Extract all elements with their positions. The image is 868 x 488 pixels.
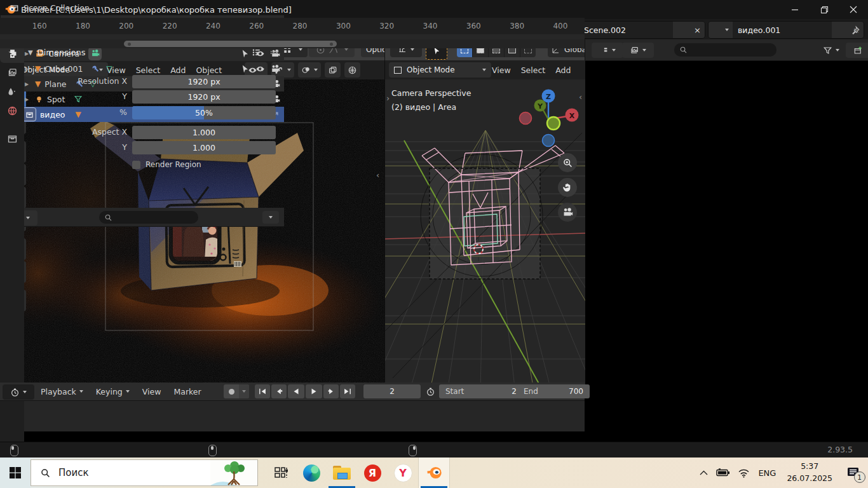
timeline-scrollbar[interactable]: [0, 39, 585, 48]
outliner-row-cube001[interactable]: ▶ ▼ Cube.001 ▽: [1, 61, 284, 76]
mode-dropdown-right[interactable]: Object Mode: [389, 62, 491, 78]
render-region-checkbox[interactable]: [132, 161, 140, 169]
field-label: %: [0, 107, 127, 117]
viewport-menu-add[interactable]: Add: [550, 65, 576, 75]
outliner-search-input[interactable]: [674, 43, 776, 57]
task-view-button[interactable]: [266, 458, 296, 488]
viewport-menu-select[interactable]: Select: [516, 65, 551, 75]
timeline-editor-type-dropdown[interactable]: [3, 384, 34, 400]
play-button[interactable]: [306, 384, 322, 398]
timeline-menu-marker[interactable]: Marker: [168, 387, 206, 396]
zoom-button[interactable]: [558, 153, 577, 172]
field-label: Y: [0, 92, 127, 101]
minimize-button[interactable]: [780, 0, 810, 19]
outliner-filter-dropdown[interactable]: [816, 43, 846, 58]
field-label: Resolution X: [0, 76, 127, 86]
scene-unlink-button[interactable]: ×: [690, 22, 705, 38]
blender-taskbar-icon[interactable]: [418, 458, 450, 488]
aspect-y-field[interactable]: 1.000: [132, 141, 276, 154]
timeline-menu-view[interactable]: View: [137, 387, 166, 396]
scene-copy-button[interactable]: [673, 22, 690, 38]
hide-render-icon[interactable]: [271, 64, 280, 74]
close-button[interactable]: [839, 0, 868, 19]
new-collection-button[interactable]: [846, 43, 868, 58]
xray-toggle[interactable]: [325, 62, 341, 78]
tray-expand-chevron[interactable]: [694, 458, 713, 488]
mesh-object-icon: ▼: [35, 64, 41, 73]
pin-icon[interactable]: [851, 25, 860, 35]
next-keyframe-button[interactable]: [323, 384, 339, 398]
outliner-display-mode-dropdown[interactable]: [622, 43, 654, 58]
overlays-dropdown[interactable]: [298, 62, 321, 78]
properties-search-input[interactable]: [99, 211, 198, 224]
timeline-ruler[interactable]: 160180200220240260280300320340360380400: [0, 18, 585, 34]
search-placeholder: Поиск: [58, 467, 89, 478]
jump-to-start-button[interactable]: [255, 384, 270, 398]
view-layer-selector[interactable]: видео.001 ×: [708, 21, 864, 39]
yandex-browser-icon[interactable]: Y: [388, 458, 418, 488]
taskbar-search-box[interactable]: Поиск: [31, 459, 258, 486]
search-promo-tree-image[interactable]: [210, 460, 257, 485]
edge-browser-icon[interactable]: [296, 458, 327, 488]
hide-viewport-icon[interactable]: [255, 64, 265, 74]
timeline-menu-playback[interactable]: Playback: [36, 387, 88, 396]
frame-start-field[interactable]: Start2: [439, 384, 523, 398]
timeline-scrollbar-handle[interactable]: [124, 41, 337, 47]
sidebar-toggle-right-viewport[interactable]: ‹: [579, 92, 582, 102]
properties-header: [1, 208, 284, 227]
render-region-row[interactable]: Render Region: [132, 160, 201, 169]
navigation-gizmo[interactable]: Z Y X: [519, 87, 579, 147]
view-layer-name[interactable]: видео.001: [733, 25, 832, 35]
battery-icon[interactable]: [713, 458, 733, 488]
current-frame-field[interactable]: 2: [363, 384, 421, 398]
sidebar-toggle-left-viewport[interactable]: ‹: [376, 170, 379, 180]
outliner-editor-type-dropdown[interactable]: [592, 43, 623, 58]
frame-end-field[interactable]: End700: [517, 384, 590, 398]
playback-controls: [255, 384, 355, 398]
search-icon: [40, 468, 51, 478]
resolution-y-field[interactable]: 1920 px: [132, 90, 276, 104]
dimensions-panel-header[interactable]: ▼ Dimensions: [28, 48, 278, 57]
outliner-header: [585, 39, 868, 61]
timeline-menu-keying[interactable]: Keying: [91, 387, 135, 396]
start-button[interactable]: [0, 458, 31, 488]
aspect-x-field[interactable]: 1.000: [132, 126, 276, 139]
view-layer-icon[interactable]: [709, 22, 733, 38]
viewport-right-header: Object Mode View Select Add: [384, 60, 585, 80]
file-explorer-icon[interactable]: [327, 458, 357, 488]
drag-dots-icon[interactable]: [269, 48, 278, 57]
mesh-data-icon[interactable]: ▽: [106, 64, 112, 73]
mouse-left-hint-icon: [10, 445, 18, 456]
viewport-menu-view[interactable]: View: [487, 65, 516, 75]
yandex-app-icon[interactable]: Я: [357, 458, 388, 488]
notification-center-button[interactable]: 1: [839, 458, 868, 488]
tray-date: 26.07.2025: [787, 473, 832, 485]
prev-keyframe-button[interactable]: [271, 384, 287, 398]
camera-view-button[interactable]: [558, 203, 577, 222]
restore-button[interactable]: [810, 0, 839, 19]
modifier-icon[interactable]: [92, 65, 100, 73]
pan-button[interactable]: [558, 178, 577, 197]
keying-set-dropdown[interactable]: [239, 384, 249, 398]
auto-keying-button[interactable]: [224, 384, 239, 398]
presets-icon[interactable]: [252, 48, 261, 57]
selectable-icon[interactable]: [240, 64, 250, 74]
resolution-x-field[interactable]: 1920 px: [132, 75, 276, 88]
play-reverse-button[interactable]: [288, 384, 304, 398]
field-label: Y: [0, 142, 127, 152]
use-preview-range-icon[interactable]: [426, 387, 435, 396]
tray-time: 5:37: [787, 461, 832, 473]
mouse-right-hint-icon: [409, 445, 417, 456]
wifi-icon[interactable]: [733, 458, 754, 488]
properties-options-dropdown[interactable]: [262, 211, 279, 224]
toolbar-toggle-right-viewport[interactable]: ›: [386, 93, 390, 103]
language-indicator[interactable]: ENG: [754, 458, 780, 488]
outliner-row-scene-collection[interactable]: Scene Collection: [1, 0, 284, 15]
shading-wireframe-button[interactable]: [344, 62, 360, 78]
scene-name[interactable]: Scene.002: [579, 25, 673, 35]
resolution-percentage-slider[interactable]: 50%: [132, 106, 276, 119]
view-layer-copy-button[interactable]: [832, 22, 849, 38]
jump-to-end-button[interactable]: [340, 384, 355, 398]
active-object-label: (2) видео | Area: [391, 102, 471, 112]
clock-tray[interactable]: 5:37 26.07.2025: [780, 461, 839, 485]
